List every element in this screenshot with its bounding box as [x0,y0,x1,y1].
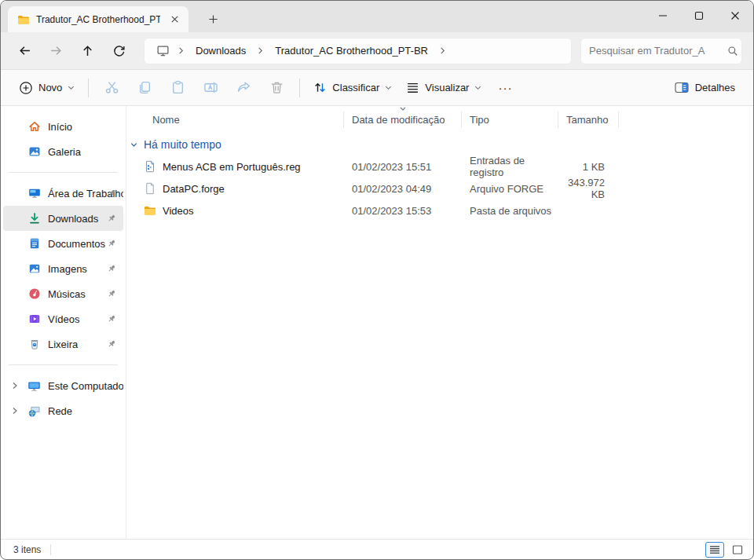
pin-icon [107,289,116,298]
expand-chevron-icon[interactable] [11,382,19,390]
large-icons-view-icon [732,545,743,555]
address-bar[interactable]: Downloads Tradutor_AC Brotherhood_PT-BR [144,38,572,64]
share-icon [236,80,251,95]
tab-title: Tradutor_AC Brotherhood_PT- [36,14,160,25]
view-button-label: Visualizar [425,82,469,93]
column-header-tipo[interactable]: Tipo [462,112,558,128]
this-pc-monitor-icon[interactable] [154,44,172,57]
status-bar: 3 itens [1,539,753,559]
window-controls [645,1,753,32]
images-icon [27,262,41,276]
breadcrumb-chevron-icon[interactable] [253,46,268,56]
pin-icon [107,188,116,198]
navigation-bar: Downloads Tradutor_AC Brotherhood_PT-BR [1,32,753,70]
sidebar-separator [9,364,118,365]
details-view-button[interactable] [705,542,724,558]
delete-button[interactable] [260,74,293,102]
sidebar-item-musicas[interactable]: Músicas [3,281,123,306]
new-button[interactable]: Novo [12,76,82,100]
file-row[interactable]: Menus ACB em Português.reg 01/02/2023 15… [126,156,753,178]
sidebar-item-inicio[interactable]: Início [3,114,123,139]
search-icon[interactable] [727,46,738,57]
breadcrumb-chevron-icon[interactable] [174,46,188,56]
copy-button[interactable] [128,74,161,102]
sidebar-item-videos[interactable]: Vídeos [3,306,123,331]
maximize-button[interactable] [681,1,717,31]
minimize-button[interactable] [645,1,681,31]
breadcrumb-downloads[interactable]: Downloads [190,42,251,59]
close-button[interactable] [717,1,753,31]
more-options-button[interactable]: ··· [489,74,522,102]
ellipsis-icon: ··· [498,81,512,94]
copy-icon [137,80,152,95]
chevron-down-icon [68,84,75,91]
column-header-nome[interactable]: Nome [126,112,344,128]
forward-button[interactable] [40,37,71,65]
sidebar-separator [9,172,118,173]
scissors-icon [104,80,119,95]
large-icons-view-button[interactable] [728,542,747,558]
sidebar-item-imagens[interactable]: Imagens [3,256,123,281]
gallery-icon [27,145,41,159]
network-icon [27,404,41,418]
paste-button[interactable] [161,74,194,102]
expand-chevron-icon[interactable] [11,407,19,415]
share-button[interactable] [227,74,260,102]
group-collapse-chevron-icon[interactable] [130,141,138,149]
search-box[interactable] [580,38,742,64]
tab-close-icon[interactable] [167,12,182,27]
file-explorer-window: Tradutor_AC Brotherhood_PT- [0,0,754,560]
explorer-tab[interactable]: Tradutor_AC Brotherhood_PT- [8,6,188,32]
back-button[interactable] [9,37,40,65]
item-count: 3 itens [13,544,41,555]
breadcrumb-chevron-icon[interactable] [435,46,450,56]
file-row[interactable]: DataPC.forge 01/02/2023 04:49 Arquivo FO… [126,178,753,199]
sidebar-item-label: Início [48,121,123,133]
sort-button[interactable]: Classificar [306,76,399,99]
file-name: Menus ACB em Português.reg [163,161,301,173]
refresh-button[interactable] [103,37,134,65]
search-input[interactable] [589,45,727,57]
file-date: 01/02/2023 15:51 [344,161,462,173]
file-date: 01/02/2023 04:49 [344,183,462,195]
file-size: 343.972 KB [558,177,619,200]
content-area: Início Galeria Área de Trabalho [1,106,753,539]
file-name: DataPC.forge [163,183,225,195]
file-type: Pasta de arquivos [462,205,558,217]
desktop-icon [27,187,41,200]
view-button[interactable]: Visualizar [399,76,489,99]
cut-button[interactable] [95,74,128,102]
file-row[interactable]: Videos 01/02/2023 15:53 Pasta de arquivo… [126,199,753,221]
details-button-label: Detalhes [695,82,735,93]
pin-icon [107,239,116,248]
recycle-bin-icon [27,338,41,351]
sidebar-item-label: Galeria [48,146,123,158]
downloads-icon [27,212,41,225]
rename-icon [203,80,218,95]
sidebar-item-rede[interactable]: Rede [3,398,123,423]
rename-button[interactable] [194,74,227,102]
up-button[interactable] [71,37,103,65]
sidebar-item-este-computador[interactable]: Este Computador [3,373,123,398]
sidebar-item-downloads[interactable]: Downloads [3,206,123,231]
breadcrumb-current-folder[interactable]: Tradutor_AC Brotherhood_PT-BR [269,42,434,59]
column-header-tamanho[interactable]: Tamanho [558,112,619,128]
paste-icon [170,80,185,95]
command-toolbar: Novo Classificar [1,70,753,106]
file-type: Arquivo FORGE [462,183,558,195]
home-icon [27,120,41,134]
new-tab-button[interactable] [203,9,223,29]
sidebar-item-documentos[interactable]: Documentos [3,231,123,256]
column-header-data[interactable]: Data de modificação [344,112,462,128]
details-view-icon [709,545,720,555]
sidebar-item-area-de-trabalho[interactable]: Área de Trabalho [3,181,123,206]
group-label: Há muito tempo [144,138,221,151]
sidebar-item-lixeira[interactable]: Lixeira [3,331,123,357]
view-toggles [705,542,747,558]
file-list-panel: Nome Data de modificação Tipo Tamanho Há… [126,106,753,539]
sidebar-item-galeria[interactable]: Galeria [3,139,123,164]
sidebar-item-label: Rede [48,405,123,417]
details-pane-button[interactable]: Detalhes [668,76,742,99]
sidebar: Início Galeria Área de Trabalho [1,106,126,539]
pin-icon [107,314,116,324]
